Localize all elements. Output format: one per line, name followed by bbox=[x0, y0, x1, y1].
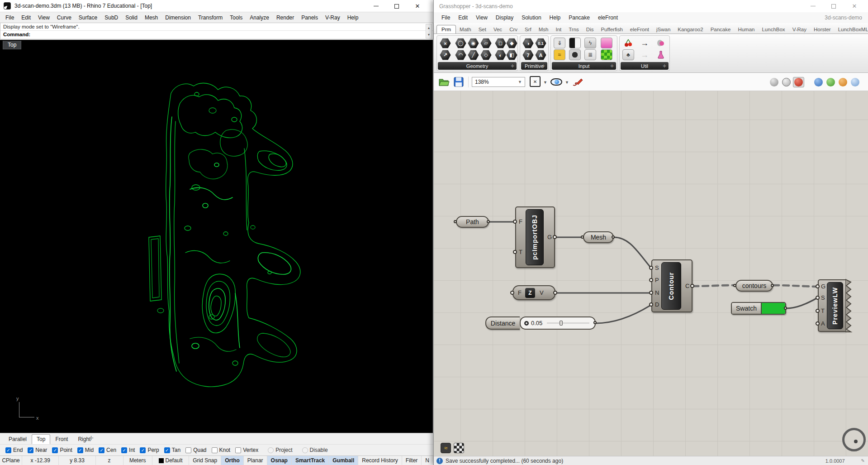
contour-port-p[interactable] bbox=[649, 278, 653, 282]
osnap-toggle[interactable]: Vertex bbox=[235, 447, 258, 453]
component-tab[interactable]: LunchBox bbox=[758, 25, 788, 34]
brep-param-icon[interactable]: ◧ bbox=[506, 50, 517, 60]
osnap-toggle[interactable]: ✓ Int bbox=[121, 447, 135, 453]
layer-cell[interactable]: Default bbox=[152, 456, 189, 465]
chevron-down-icon[interactable]: ▼ bbox=[543, 80, 547, 85]
image-sampler-icon[interactable] bbox=[601, 49, 612, 60]
mesh-input-nub[interactable] bbox=[581, 235, 584, 239]
geometry-group-label[interactable]: Geometry✛ bbox=[438, 62, 517, 70]
boolean-param-icon[interactable]: ◑ bbox=[522, 38, 534, 48]
rhino-menu-item[interactable]: Solid bbox=[122, 13, 141, 22]
open-file-button[interactable] bbox=[438, 76, 450, 88]
grasshopper-menu-item[interactable]: View bbox=[472, 13, 492, 22]
contour-port-n[interactable] bbox=[649, 291, 653, 295]
contours-param[interactable]: contours bbox=[735, 280, 773, 292]
vector-param-icon[interactable]: ↗ bbox=[440, 50, 451, 60]
input-group-label[interactable]: Input✛ bbox=[552, 62, 616, 70]
osnap-toggle[interactable]: Disable bbox=[298, 447, 328, 453]
unit-z-component[interactable]: F Z V bbox=[512, 285, 555, 300]
viewport-tab[interactable]: Front bbox=[50, 434, 73, 444]
display-orange-button[interactable] bbox=[837, 77, 849, 87]
component-tab[interactable]: Vec bbox=[490, 25, 506, 34]
grasshopper-menu-item[interactable]: Display bbox=[492, 13, 517, 22]
box-param-icon[interactable]: ◻ bbox=[495, 38, 506, 48]
component-tab[interactable]: Kangaroo2 bbox=[674, 25, 707, 34]
panel-icon[interactable]: ≣ bbox=[584, 49, 596, 60]
line-param-icon[interactable]: ╱ bbox=[468, 50, 479, 60]
command-prompt[interactable]: Command: bbox=[0, 31, 433, 38]
pencil-icon[interactable]: ✎ bbox=[861, 458, 865, 463]
chevron-down-icon[interactable]: ▼ bbox=[565, 80, 569, 85]
component-tab[interactable]: Set bbox=[475, 25, 490, 34]
rhino-menu-item[interactable]: Tools bbox=[226, 13, 246, 22]
display-lightblue-button[interactable] bbox=[849, 77, 861, 87]
rhino-menu-item[interactable]: Transform bbox=[194, 13, 226, 22]
rhino-menu-item[interactable]: View bbox=[34, 13, 53, 22]
contour-port-d[interactable] bbox=[649, 302, 653, 307]
mesh-output-nub[interactable] bbox=[612, 235, 615, 239]
md-slider-icon[interactable]: ≈ bbox=[554, 49, 565, 60]
display-blue-button[interactable] bbox=[813, 77, 824, 87]
component-tab[interactable]: eleFront bbox=[626, 25, 653, 34]
component-tab[interactable]: Crv bbox=[506, 25, 521, 34]
unit-z-port-in[interactable] bbox=[510, 291, 514, 295]
rhino-menu-item[interactable]: Edit bbox=[18, 13, 34, 22]
swatch-component[interactable]: Swatch bbox=[731, 302, 786, 315]
number-param-icon[interactable]: 0.1 bbox=[535, 38, 546, 48]
preview-off-button[interactable] bbox=[768, 77, 780, 87]
cherry-picker-icon[interactable] bbox=[622, 38, 634, 48]
contour-port-s[interactable] bbox=[649, 266, 653, 270]
new-viewport-tab-button[interactable]: ✛ bbox=[89, 435, 94, 441]
distance-slider[interactable]: 0.05 bbox=[520, 316, 596, 330]
grasshopper-title-bar[interactable]: Grasshopper - 3d-scans-demo ✕ bbox=[434, 0, 868, 12]
maximize-button[interactable] bbox=[823, 0, 844, 12]
contours-output-nub[interactable] bbox=[771, 284, 774, 287]
status-toggle[interactable]: N bbox=[422, 456, 433, 465]
jump-icon[interactable] bbox=[655, 38, 667, 48]
pcimportobj-label[interactable]: pcImportOBJ bbox=[526, 209, 544, 265]
component-tab[interactable]: Trns bbox=[565, 25, 583, 34]
rhino-menu-item[interactable]: SubD bbox=[101, 13, 122, 22]
canvas-grid-widget[interactable] bbox=[454, 443, 464, 453]
contour-port-c[interactable] bbox=[690, 284, 694, 288]
rhino-menu-item[interactable]: Panels bbox=[298, 13, 322, 22]
preview-wireframe-button[interactable] bbox=[781, 77, 792, 87]
previewlw-port-g[interactable] bbox=[816, 284, 820, 288]
grasshopper-menu-item[interactable]: Pancake bbox=[564, 13, 594, 22]
pcimportobj-port-g[interactable] bbox=[553, 235, 557, 239]
plane-param-icon[interactable]: ▱ bbox=[480, 38, 492, 48]
text-param-icon[interactable]: A bbox=[535, 50, 546, 60]
status-toggle[interactable]: Planar bbox=[244, 456, 267, 465]
osnap-toggle[interactable]: ✓ Near bbox=[28, 447, 47, 453]
path-input-nub[interactable] bbox=[454, 220, 457, 223]
osnap-toggle[interactable]: ✓ Mid bbox=[77, 447, 94, 453]
control-knob-icon[interactable] bbox=[569, 49, 581, 60]
galapagos-flask-icon[interactable] bbox=[655, 49, 667, 60]
units-cell[interactable]: Meters bbox=[123, 456, 152, 465]
status-toggle[interactable]: Ortho bbox=[221, 456, 244, 465]
grasshopper-canvas[interactable]: Path pcImportOBJ F T G Mesh F Z V bbox=[434, 91, 868, 456]
slider-name-capsule[interactable]: Distance bbox=[485, 316, 520, 330]
component-tab[interactable]: Srf bbox=[521, 25, 535, 34]
component-tab[interactable]: Int bbox=[552, 25, 565, 34]
minimize-button[interactable] bbox=[802, 0, 823, 12]
command-area[interactable]: Display mode set to "Wireframe". Command… bbox=[0, 23, 433, 39]
command-history-scrollbar[interactable]: ▲▼ bbox=[426, 24, 432, 38]
contours-input-nub[interactable] bbox=[733, 284, 736, 287]
pcimportobj-port-t[interactable] bbox=[513, 250, 517, 254]
maximize-button[interactable] bbox=[386, 0, 407, 12]
save-file-button[interactable] bbox=[453, 76, 465, 88]
viewport-tab[interactable]: Parallel bbox=[4, 434, 32, 444]
gradient-icon[interactable] bbox=[601, 38, 612, 48]
previewlw-port-s[interactable] bbox=[816, 296, 820, 300]
cplane-cell[interactable]: CPlane bbox=[0, 456, 22, 465]
grasshopper-menu-item[interactable]: Help bbox=[545, 13, 565, 22]
component-tab[interactable]: Math bbox=[456, 25, 475, 34]
rectangle-param-icon[interactable]: ◇ bbox=[480, 50, 492, 60]
rhino-menu-item[interactable]: Mesh bbox=[141, 13, 161, 22]
rhino-menu-item[interactable]: Dimension bbox=[161, 13, 194, 22]
component-tab[interactable]: Pufferfish bbox=[597, 25, 626, 34]
component-tab[interactable]: jSwan bbox=[653, 25, 674, 34]
osnap-toggle[interactable]: ✓ Cen bbox=[99, 447, 116, 453]
slider-output-nub[interactable] bbox=[593, 321, 597, 324]
